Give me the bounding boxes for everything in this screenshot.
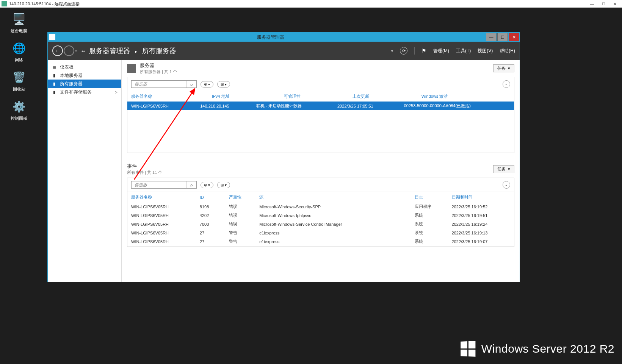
cell-log: 应用程序 bbox=[411, 202, 448, 211]
maximize-button[interactable]: ☐ bbox=[497, 33, 508, 41]
remote-desktop-area: 🖥️ 这台电脑 🌐 网络 🗑️ 回收站 ⚙️ 控制面板 服务器管理器 — ☐ ✕ bbox=[0, 8, 622, 364]
rdp-icon bbox=[2, 1, 7, 6]
header-right-controls: ▾ ⟳ ⚑ 管理(M) 工具(T) 视图(V) 帮助(H) bbox=[391, 47, 515, 55]
col-server-name[interactable]: 服务器名称 bbox=[127, 91, 208, 102]
windows-logo-icon bbox=[461, 341, 475, 357]
cell-id: 7000 bbox=[196, 220, 225, 228]
cell-mgmt: 联机 - 未启动性能计数器 bbox=[252, 102, 334, 110]
col-source[interactable]: 源 bbox=[255, 192, 411, 203]
servers-table-body: WIN-LGIPS6V05RH 140.210.20.145 联机 - 未启动性… bbox=[127, 102, 514, 110]
sidebar-item-label: 本地服务器 bbox=[60, 72, 83, 79]
events-panel-header: 事件 所有事件 | 共 11 个 任务 ▾ bbox=[127, 163, 514, 175]
filter-input[interactable] bbox=[132, 81, 186, 87]
col-datetime[interactable]: 日期和时间 bbox=[448, 192, 514, 203]
search-icon[interactable]: ⌕ bbox=[186, 81, 196, 87]
server-manager-titlebar[interactable]: 服务器管理器 — ☐ ✕ bbox=[48, 33, 520, 42]
server-manager-header: ← → ▾ •• 服务器管理器 ▸ 所有服务器 ▾ ⟳ ⚑ 管理(M) 工具(T… bbox=[48, 42, 520, 60]
tasks-label: 任务 bbox=[497, 166, 506, 172]
filter-options-button[interactable]: ⊜ ▾ bbox=[201, 182, 213, 188]
desktop-icon-recycle-bin[interactable]: 🗑️ 回收站 bbox=[4, 70, 34, 92]
cell-updated: 2022/3/25 17:05:51 bbox=[334, 102, 400, 110]
desktop-icon-network[interactable]: 🌐 网络 bbox=[4, 41, 34, 63]
content-area: 服务器 所有服务器 | 共 1 个 任务 ▾ ⌕ ⊜ ▾ bbox=[122, 60, 520, 282]
dashboard-icon: ▦ bbox=[52, 64, 57, 70]
search-icon[interactable]: ⌕ bbox=[186, 181, 196, 188]
rdp-maximize-button[interactable]: ☐ bbox=[598, 0, 609, 8]
table-row[interactable]: WIN-LGIPS6V05RH27警告e1iexpress系统2022/3/25… bbox=[127, 228, 514, 237]
network-icon: 🌐 bbox=[11, 41, 27, 56]
dropdown-icon[interactable]: ▾ bbox=[391, 49, 393, 53]
filter-input[interactable] bbox=[132, 181, 186, 188]
sidebar-item-all-servers[interactable]: ▮ 所有服务器 bbox=[48, 80, 121, 88]
col-ipv4[interactable]: IPv4 地址 bbox=[208, 91, 280, 102]
cell-id: 4202 bbox=[196, 211, 225, 220]
breadcrumb: •• 服务器管理器 ▸ 所有服务器 bbox=[81, 46, 176, 55]
control-panel-icon: ⚙️ bbox=[11, 99, 27, 114]
breadcrumb-current: 所有服务器 bbox=[142, 47, 176, 55]
menu-view[interactable]: 视图(V) bbox=[478, 48, 493, 54]
panel-subtitle: 所有服务器 | 共 1 个 bbox=[140, 69, 177, 75]
desktop-icon-this-pc[interactable]: 🖥️ 这台电脑 bbox=[4, 11, 34, 34]
rdp-minimize-button[interactable]: — bbox=[586, 0, 598, 8]
filter-options-button[interactable]: ⊜ ▾ bbox=[201, 81, 213, 87]
col-activation[interactable]: Windows 激活 bbox=[418, 91, 514, 102]
chevron-down-icon: ▾ bbox=[208, 183, 210, 187]
col-id[interactable]: ID bbox=[196, 192, 225, 203]
expand-button[interactable]: ⌄ bbox=[503, 80, 510, 88]
col-manageability[interactable]: 可管理性 bbox=[280, 91, 349, 102]
cell-id: 8198 bbox=[196, 202, 225, 211]
sidebar-item-dashboard[interactable]: ▦ 仪表板 bbox=[48, 63, 121, 71]
rdp-close-button[interactable]: ✕ bbox=[609, 0, 620, 8]
server-icon: ▮ bbox=[52, 73, 57, 78]
table-row[interactable]: WIN-LGIPS6V05RH27警告e1iexpress系统2022/3/25… bbox=[127, 237, 514, 246]
nav-dropdown-icon[interactable]: ▾ bbox=[75, 49, 77, 53]
cell-ip: 140.210.20.145 bbox=[196, 102, 252, 110]
flag-icon[interactable]: ⚑ bbox=[421, 48, 426, 54]
close-button[interactable]: ✕ bbox=[509, 33, 519, 41]
panel-title: 服务器 bbox=[140, 62, 177, 69]
nav-back-button[interactable]: ← bbox=[52, 45, 63, 56]
save-options-button[interactable]: ⊞ ▾ bbox=[217, 81, 230, 87]
menu-tools[interactable]: 工具(T) bbox=[456, 48, 471, 54]
table-row[interactable]: WIN-LGIPS6V05RH7000错误Microsoft-Windows-S… bbox=[127, 220, 514, 228]
save-options-button[interactable]: ⊞ ▾ bbox=[217, 182, 230, 188]
table-row[interactable]: WIN-LGIPS6V05RH4202错误Microsoft-Windows-I… bbox=[127, 211, 514, 220]
sidebar-item-label: 所有服务器 bbox=[60, 81, 83, 87]
expand-button[interactable]: ⌄ bbox=[503, 181, 510, 189]
servers-icon: ▮ bbox=[52, 81, 57, 86]
cell-dt: 2022/3/25 16:19:24 bbox=[448, 220, 514, 228]
col-log[interactable]: 日志 bbox=[411, 192, 448, 203]
sidebar-item-local-server[interactable]: ▮ 本地服务器 bbox=[48, 71, 121, 80]
cell-dt: 2022/3/25 16:19:52 bbox=[448, 202, 514, 211]
table-row[interactable]: WIN-LGIPS6V05RH8198错误Microsoft-Windows-S… bbox=[127, 202, 514, 211]
cell-server: WIN-LGIPS6V05RH bbox=[127, 228, 196, 237]
servers-panel-body: ⌕ ⊜ ▾ ⊞ ▾ ⌄ 服务器名称 IPv4 地址 可管理性 上次更新 Wind… bbox=[127, 77, 514, 153]
window-controls: — ☐ ✕ bbox=[486, 33, 520, 42]
cell-dt: 2022/3/25 16:18:06 bbox=[448, 246, 514, 247]
col-last-update[interactable]: 上次更新 bbox=[349, 91, 417, 102]
window-title: 服务器管理器 bbox=[55, 34, 486, 41]
cell-id: 10149 bbox=[196, 246, 225, 247]
chevron-right-icon: ▷ bbox=[115, 90, 118, 94]
panel-subtitle: 所有事件 | 共 11 个 bbox=[127, 170, 162, 175]
menu-manage[interactable]: 管理(M) bbox=[433, 48, 449, 54]
menu-help[interactable]: 帮助(H) bbox=[500, 48, 515, 54]
col-severity[interactable]: 严重性 bbox=[225, 192, 256, 203]
events-rows-area[interactable]: 服务器名称 ID 严重性 源 日志 日期和时间 WIN-LGIPS6V05RH8… bbox=[127, 192, 514, 247]
table-row[interactable]: WIN-LGIPS6V05RH 140.210.20.145 联机 - 未启动性… bbox=[127, 102, 514, 110]
desktop-icon-control-panel[interactable]: ⚙️ 控制面板 bbox=[4, 99, 34, 121]
desktop-icon-label: 回收站 bbox=[13, 86, 25, 92]
sidebar-item-file-storage[interactable]: ▮ 文件和存储服务 ▷ bbox=[48, 88, 121, 96]
tasks-button[interactable]: 任务 ▾ bbox=[493, 165, 514, 173]
minimize-button[interactable]: — bbox=[486, 33, 497, 41]
tasks-button[interactable]: 任务 ▾ bbox=[493, 64, 514, 72]
branding-text: Windows Server 2012 R2 bbox=[481, 342, 614, 355]
cell-server: WIN-LGIPS6V05RH bbox=[127, 211, 196, 220]
nav-forward-button[interactable]: → bbox=[64, 45, 74, 56]
server-manager-window: 服务器管理器 — ☐ ✕ ← → ▾ •• 服务器管理器 ▸ 所有服务器 ▾ ⟳ bbox=[47, 32, 520, 282]
col-server-name[interactable]: 服务器名称 bbox=[127, 192, 196, 203]
refresh-icon[interactable]: ⟳ bbox=[400, 47, 407, 55]
breadcrumb-root[interactable]: 服务器管理器 bbox=[89, 47, 130, 55]
table-row[interactable]: WIN-LGIPS6V05RH10149警告Microsoft-Windows-… bbox=[127, 246, 514, 247]
rdp-title: 140.210.20.145:51104 - 远程桌面连接 bbox=[9, 1, 80, 7]
